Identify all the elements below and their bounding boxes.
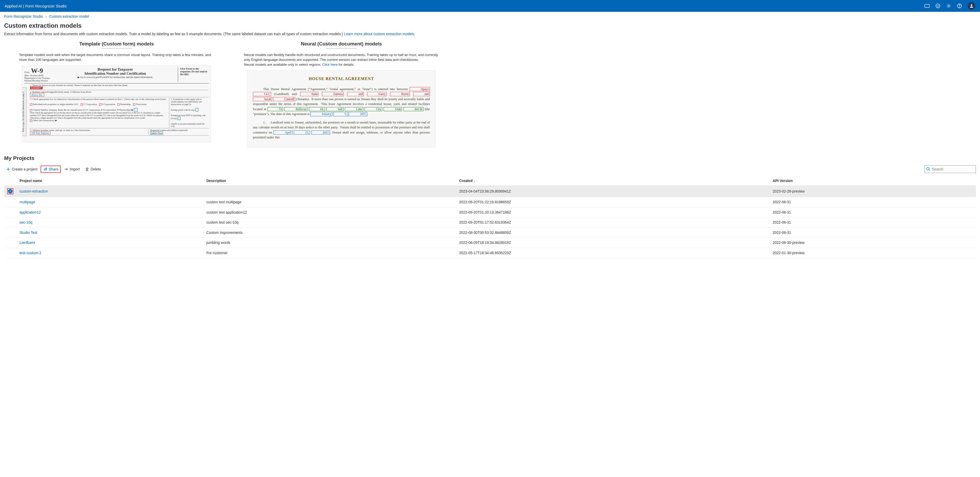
row-select-cell[interactable]: ✓	[4, 238, 16, 248]
project-created-cell: 2022-09-20T01:17:52.6319364Z	[456, 217, 770, 228]
project-link[interactable]: application12	[19, 210, 41, 214]
project-api-cell: 2022-08-31	[770, 217, 976, 228]
project-desc-cell: For customer	[203, 248, 456, 258]
breadcrumb-root[interactable]: Form Recognizer Studio	[4, 14, 43, 19]
project-desc-cell: custom test multipage	[203, 197, 456, 208]
import-button[interactable]: Import	[62, 166, 82, 172]
neural-click-here-link[interactable]: Click here	[322, 63, 337, 67]
svg-point-2	[937, 5, 937, 6]
row-select-cell[interactable]: ✓	[4, 207, 16, 217]
create-project-button[interactable]: Create a project	[4, 166, 40, 172]
template-model-column: Template (Custom form) models Template m…	[12, 41, 221, 147]
svg-point-1	[936, 4, 940, 8]
page-intro: Extract information from forms and docum…	[4, 32, 976, 36]
project-name-cell: Studio Test	[16, 227, 203, 238]
row-select-cell[interactable]: ✓	[4, 197, 16, 208]
project-desc-cell: Custom Improvements	[203, 227, 456, 238]
neural-model-title: Neural (Custom document) models	[237, 41, 446, 49]
import-icon	[64, 167, 68, 171]
project-name-cell: multipage	[16, 197, 203, 208]
table-row[interactable]: ✓Studio TestCustom Improvements2022-08-3…	[4, 227, 976, 238]
intro-text: Extract information from forms and docum…	[4, 32, 344, 36]
app-title: Applied AI | Form Recognizer Studio	[5, 4, 67, 8]
model-types: Template (Custom form) models Template m…	[12, 41, 976, 147]
my-projects-section: My Projects Create a project Share Impor…	[4, 155, 976, 258]
project-desc-cell: custom test sec-10q	[203, 217, 456, 228]
template-model-title: Template (Custom form) models	[12, 41, 221, 49]
share-icon	[43, 167, 47, 171]
learn-more-link[interactable]: Learn more about custom extraction model…	[344, 32, 414, 36]
my-projects-heading: My Projects	[4, 155, 976, 161]
table-row[interactable]: ✓test-custom-2For customer2022-05-17T18:…	[4, 248, 976, 258]
table-row[interactable]: ✓Lienfluentjumbling words2022-06-09T18:1…	[4, 238, 976, 248]
import-label: Import	[70, 167, 80, 171]
project-name-cell: Lienfluent	[16, 238, 203, 248]
project-created-cell: 2022-05-17T18:34:48.6535223Z	[456, 248, 770, 258]
check-icon: ✓	[8, 189, 13, 193]
row-select-cell[interactable]: ✓	[4, 227, 16, 238]
project-desc-cell: jumbling words	[203, 238, 456, 248]
table-row[interactable]: ✓application12custom test application122…	[4, 207, 976, 217]
search-container	[924, 165, 976, 173]
project-api-cell: 2022-08-31	[770, 207, 976, 217]
project-name-cell: sec-10q	[16, 217, 203, 228]
project-created-cell: 2022-06-09T18:19:34.8828919Z	[456, 238, 770, 248]
table-row[interactable]: ✓sec-10qcustom test sec-10q2022-09-20T01…	[4, 217, 976, 228]
svg-point-3	[939, 5, 939, 6]
delete-button[interactable]: Delete	[83, 166, 103, 172]
projects-toolbar: Create a project Share Import Delete	[4, 164, 976, 176]
project-link[interactable]: Lienfluent	[19, 241, 35, 245]
col-description[interactable]: Description	[203, 176, 456, 185]
project-desc-cell: custom test application12	[203, 207, 456, 217]
col-api-version[interactable]: API Version	[770, 176, 976, 185]
neural-model-column: Neural (Custom document) models Neural m…	[237, 41, 446, 147]
breadcrumb-current[interactable]: Custom extraction model	[49, 14, 89, 19]
search-input[interactable]	[924, 165, 976, 173]
project-link[interactable]: custom-extraction	[19, 189, 48, 193]
project-link[interactable]: sec-10q	[19, 220, 32, 224]
row-select-cell[interactable]: ✓	[4, 217, 16, 228]
col-created[interactable]: Created↓	[456, 176, 770, 185]
project-name-cell: application12	[16, 207, 203, 217]
col-select[interactable]	[4, 176, 16, 185]
project-api-cell: 2022-06-30-preview	[770, 238, 976, 248]
delete-label: Delete	[91, 167, 101, 171]
project-created-cell: 2022-09-20T01:20:13.3647188Z	[456, 207, 770, 217]
neural-model-desc: Neural models can flexibly handle both s…	[244, 52, 439, 67]
project-created-cell: 2022-08-30T00:53:32.8848859Z	[456, 227, 770, 238]
project-api-cell: 2022-08-31	[770, 227, 976, 238]
row-select-cell[interactable]: ✓	[4, 185, 16, 197]
table-row[interactable]: ✓multipagecustom test multipage2022-09-2…	[4, 197, 976, 208]
project-created-cell: 2023-04-04T23:58:29.8099941Z	[456, 185, 770, 197]
neural-model-preview: HOUSE RENTAL AGREEMENT This House Rental…	[247, 70, 436, 147]
project-api-cell: 2022-01-30-preview	[770, 248, 976, 258]
project-link[interactable]: multipage	[19, 200, 35, 204]
project-api-cell: 2023-02-28-preview	[770, 185, 976, 197]
search-icon	[926, 167, 930, 171]
plus-icon	[6, 167, 10, 171]
table-row[interactable]: ✓custom-extraction2023-04-04T23:58:29.80…	[4, 185, 976, 197]
project-desc-cell	[203, 185, 456, 197]
svg-point-6	[959, 7, 960, 8]
project-name-cell: test-custom-2	[16, 248, 203, 258]
user-avatar[interactable]	[968, 2, 975, 10]
topbar-actions	[924, 2, 975, 10]
sort-down-icon: ↓	[474, 179, 475, 182]
help-icon[interactable]	[957, 3, 962, 8]
create-project-label: Create a project	[12, 167, 38, 171]
page-title: Custom extraction models	[4, 22, 976, 29]
gear-icon[interactable]	[946, 3, 951, 8]
smiley-icon[interactable]	[935, 3, 940, 8]
project-api-cell: 2022-08-31	[770, 197, 976, 208]
template-model-desc: Template models work well when the targe…	[19, 52, 214, 62]
projects-table: Project name Description Created↓ API Ve…	[4, 176, 976, 258]
col-project-name[interactable]: Project name	[16, 176, 203, 185]
svg-point-7	[971, 4, 972, 6]
feedback-icon[interactable]	[924, 3, 930, 8]
row-select-cell[interactable]: ✓	[4, 248, 16, 258]
project-link[interactable]: Studio Test	[19, 231, 37, 235]
project-link[interactable]: test-custom-2	[19, 251, 41, 255]
share-button[interactable]: Share	[41, 166, 61, 173]
breadcrumb: Form Recognizer Studio › Custom extracti…	[0, 12, 980, 21]
svg-point-4	[948, 5, 950, 7]
